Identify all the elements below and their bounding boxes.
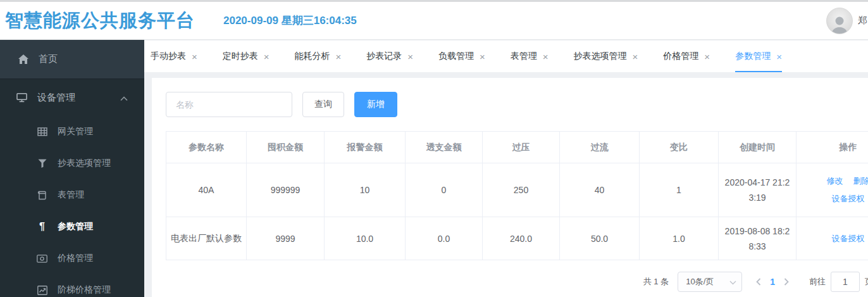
sidebar-item-gateway-mgmt[interactable]: 网关管理: [0, 116, 144, 148]
cell-overdraft-amount: 0: [406, 163, 483, 217]
page-number[interactable]: 1: [770, 277, 775, 287]
cell-created-time: 2019-08-08 18:28:33: [719, 217, 797, 260]
tab-label: 抄表记录: [366, 51, 402, 62]
book-icon: [37, 191, 47, 200]
sidebar-item-label: 价格管理: [58, 253, 93, 264]
monitor-icon: [16, 92, 27, 103]
pilcrow-icon: ¶: [37, 222, 47, 232]
close-icon[interactable]: ×: [192, 51, 197, 62]
next-page-button[interactable]: [784, 278, 789, 286]
created-time-text: 2020-04-17 21:23:19: [722, 175, 793, 205]
chevron-down-icon: [729, 277, 736, 287]
query-button[interactable]: 查询: [302, 92, 344, 117]
add-button[interactable]: 新增: [354, 92, 397, 117]
tab-meter-mgmt[interactable]: 表管理 ×: [511, 41, 549, 72]
grid-icon: [37, 127, 47, 136]
tab-meter-option-mgmt[interactable]: 抄表选项管理 ×: [574, 41, 638, 72]
sidebar: 首页 设备管理 网关管理 抄表选项管理: [0, 40, 144, 297]
close-icon[interactable]: ×: [704, 51, 710, 62]
goto-page-input[interactable]: [831, 272, 860, 292]
col-header-overvoltage: 过压: [483, 132, 560, 163]
sidebar-item-meter-mgmt[interactable]: 表管理: [0, 179, 144, 211]
main-content: 查询 新增 参数名称 囤积金额 报警金额 透支金额 过压 过流 变比 创建时间 …: [144, 72, 868, 297]
close-icon[interactable]: ×: [264, 51, 270, 62]
header-user-area[interactable]: 郑: [826, 8, 868, 34]
tab-label: 定时抄表: [223, 51, 258, 62]
chart-icon: [37, 286, 47, 295]
person-icon: [829, 13, 850, 34]
goto-label: 前往: [809, 276, 826, 288]
cell-overdraft-amount: 0.0: [406, 217, 483, 260]
close-icon[interactable]: ×: [633, 51, 638, 62]
device-auth-link[interactable]: 设备授权: [832, 193, 865, 205]
home-icon: [18, 54, 28, 64]
close-icon[interactable]: ×: [776, 51, 782, 62]
tab-reading-records[interactable]: 抄表记录 ×: [366, 41, 413, 72]
cell-stored-amount: 9999: [247, 217, 325, 260]
tab-label: 手动抄表: [151, 51, 186, 62]
prev-page-button[interactable]: [756, 278, 761, 286]
col-header-overdraft-amount: 透支金额: [406, 132, 483, 163]
sidebar-group-label: 设备管理: [37, 92, 75, 104]
avatar[interactable]: [826, 8, 853, 34]
table-row: 40A 999999 10 0 250 40 1 2020-04-17 21:2…: [166, 163, 868, 217]
sidebar-item-label: 首页: [39, 53, 58, 65]
col-header-actions: 操作: [797, 132, 868, 163]
col-header-param-name: 参数名称: [166, 132, 247, 163]
delete-link[interactable]: 删除: [853, 175, 868, 187]
tab-energy-analysis[interactable]: 能耗分析 ×: [295, 41, 342, 72]
header-datetime: 2020-09-09 星期三16:04:35: [223, 13, 357, 28]
col-header-stored-amount: 囤积金额: [247, 132, 325, 163]
cell-overcurrent: 50.0: [560, 217, 640, 260]
sidebar-item-label: 网关管理: [58, 126, 93, 137]
close-icon[interactable]: ×: [543, 51, 549, 62]
cell-actions: 修改 删除 设备授权: [797, 163, 868, 217]
total-count-label: 共 1 条: [643, 276, 669, 288]
cell-actions: 设备授权: [797, 217, 868, 260]
cell-alarm-amount: 10: [325, 163, 406, 217]
app-title: 智慧能源公共服务平台: [5, 8, 195, 34]
filter-icon: [37, 159, 47, 168]
sidebar-item-label: 阶梯价格管理: [58, 284, 111, 296]
tab-load-mgmt[interactable]: 负载管理 ×: [438, 41, 485, 72]
tab-label: 抄表选项管理: [574, 51, 627, 62]
money-icon: [37, 255, 47, 263]
sidebar-item-home[interactable]: 首页: [0, 40, 144, 79]
sidebar-item-meter-option-mgmt[interactable]: 抄表选项管理: [0, 148, 144, 179]
cell-overvoltage: 240.0: [483, 217, 560, 260]
page-size-select[interactable]: 10条/页: [678, 272, 742, 292]
sidebar-submenu: 网关管理 抄表选项管理 表管理 ¶ 参数管理: [0, 116, 144, 297]
params-table: 参数名称 囤积金额 报警金额 透支金额 过压 过流 变比 创建时间 操作 40A…: [166, 131, 868, 260]
col-header-ratio: 变比: [640, 132, 719, 163]
device-auth-link[interactable]: 设备授权: [832, 233, 865, 244]
col-header-overcurrent: 过流: [560, 132, 640, 163]
close-icon[interactable]: ×: [480, 51, 485, 62]
cell-created-time: 2020-04-17 21:23:19: [719, 163, 797, 217]
name-search-input[interactable]: [166, 92, 292, 117]
close-icon[interactable]: ×: [407, 51, 413, 62]
created-time-text: 2019-08-08 18:28:33: [722, 224, 793, 254]
cell-overvoltage: 250: [483, 163, 560, 217]
edit-link[interactable]: 修改: [827, 175, 843, 187]
close-icon[interactable]: ×: [336, 51, 342, 62]
tab-manual-reading[interactable]: 手动抄表 ×: [151, 41, 197, 72]
col-header-created-time: 创建时间: [719, 132, 797, 163]
sidebar-item-param-mgmt[interactable]: ¶ 参数管理: [0, 211, 144, 243]
tab-param-mgmt[interactable]: 参数管理 ×: [735, 41, 782, 72]
tab-scheduled-reading[interactable]: 定时抄表 ×: [223, 41, 270, 72]
tab-label: 表管理: [511, 51, 537, 62]
sidebar-item-label: 抄表选项管理: [58, 158, 111, 169]
col-header-alarm-amount: 报警金额: [325, 132, 406, 163]
sidebar-item-price-mgmt[interactable]: 价格管理: [0, 243, 144, 274]
goto-unit-label: 页: [865, 276, 868, 288]
app-header: 智慧能源公共服务平台 2020-09-09 星期三16:04:35 郑: [0, 0, 868, 40]
tab-price-mgmt[interactable]: 价格管理 ×: [663, 41, 710, 72]
cell-alarm-amount: 10.0: [325, 217, 406, 260]
content-card: 查询 新增 参数名称 囤积金额 报警金额 透支金额 过压 过流 变比 创建时间 …: [152, 78, 868, 297]
tab-label: 负载管理: [438, 51, 474, 62]
sidebar-item-tier-price-mgmt[interactable]: 阶梯价格管理: [0, 274, 144, 297]
table-header-row: 参数名称 囤积金额 报警金额 透支金额 过压 过流 变比 创建时间 操作: [166, 132, 868, 163]
cell-param-name: 电表出厂默认参数: [166, 217, 247, 260]
sidebar-group-device-mgmt[interactable]: 设备管理: [0, 79, 144, 116]
tab-bar: 手动抄表 × 定时抄表 × 能耗分析 × 抄表记录 × 负载管理 × 表管理 ×…: [144, 41, 868, 72]
